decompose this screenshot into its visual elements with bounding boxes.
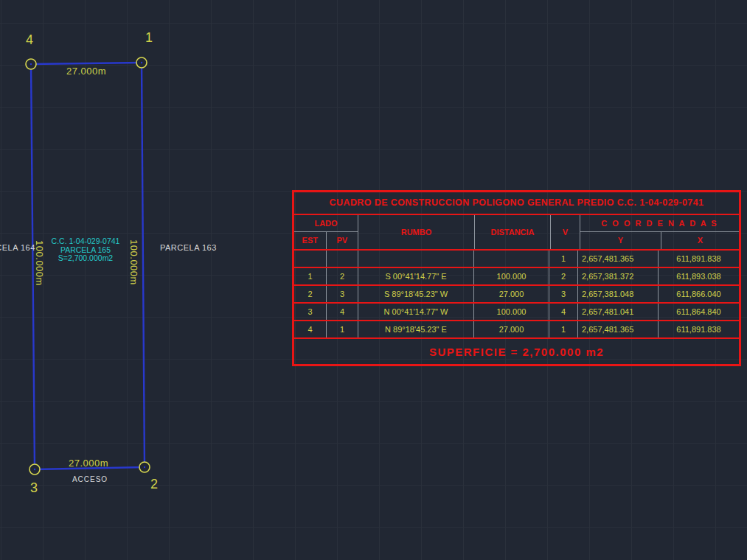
polygon-edge-right[interactable] bbox=[142, 63, 145, 467]
cell-v: 2 bbox=[549, 268, 577, 284]
vertex-label-3: 3 bbox=[30, 480, 38, 496]
table-row: 3 4 N 00°41'14.77" W 100.000 4 2,657,481… bbox=[294, 302, 739, 320]
cell-v: 1 bbox=[549, 321, 577, 337]
dimension-top: 27.000m bbox=[66, 66, 106, 77]
superficie-row: SUPERFICIE = 2,700.000 m2 bbox=[294, 337, 739, 364]
cell-est: 2 bbox=[294, 286, 326, 302]
vertex-dot bbox=[34, 469, 35, 470]
parcel-cc-number: C.C. 1-04-029-0741 bbox=[52, 237, 120, 246]
cell-y: 2,657,481.365 bbox=[577, 251, 658, 267]
table-row: 1 2,657,481.365 611,891.838 bbox=[294, 251, 739, 267]
header-v: V bbox=[550, 215, 580, 249]
header-rumbo: RUMBO bbox=[358, 215, 474, 249]
left-parcel-label: PARCELA 164 bbox=[0, 243, 35, 252]
cell-x: 611,864.840 bbox=[658, 304, 739, 320]
header-coordenadas-group: C O O R D E N A D A S Y X bbox=[580, 215, 739, 249]
cell-est: 4 bbox=[294, 321, 326, 337]
cell-pv: 1 bbox=[326, 321, 358, 337]
vertex-dot bbox=[141, 62, 142, 63]
cell-rumbo: N 89°18'45.23" E bbox=[358, 321, 473, 337]
cell-rumbo: S 00°41'14.77" E bbox=[358, 268, 473, 284]
vertex-dot bbox=[30, 63, 32, 65]
cell-distancia: 27.000 bbox=[473, 321, 549, 337]
access-label: ACCESO bbox=[72, 475, 108, 483]
cell-x: 611,891.838 bbox=[658, 251, 739, 267]
cell-est: 3 bbox=[294, 304, 326, 320]
cell-rumbo: S 89°18'45.23" W bbox=[358, 286, 473, 302]
table-row: 1 2 S 00°41'14.77" E 100.000 2 2,657,381… bbox=[294, 267, 739, 284]
cell-x: 611,891.838 bbox=[658, 321, 739, 337]
cell-pv bbox=[326, 251, 358, 267]
cell-rumbo bbox=[358, 251, 473, 267]
header-lado-group: LADO EST PV bbox=[294, 215, 358, 249]
cad-viewport[interactable]: 4 1 2 3 27.000m 27.000m 100.000m 100.000… bbox=[0, 0, 747, 560]
parcel-center-info: C.C. 1-04-029-0741 PARCELA 165 S=2,700.0… bbox=[52, 237, 120, 263]
cell-v: 3 bbox=[549, 286, 577, 302]
cell-v: 1 bbox=[549, 251, 577, 267]
table-row: 4 1 N 89°18'45.23" E 27.000 1 2,657,481.… bbox=[294, 320, 739, 337]
header-x: X bbox=[661, 232, 739, 249]
table-header: LADO EST PV RUMBO DISTANCIA V C O O R D … bbox=[294, 215, 739, 251]
cell-est bbox=[294, 251, 326, 267]
cell-distancia: 27.000 bbox=[473, 286, 549, 302]
table-title: CUADRO DE CONSTRUCCION POLIGONO GENERAL … bbox=[294, 192, 739, 215]
cell-pv: 3 bbox=[326, 286, 358, 302]
parcel-surface: S=2,700.000m2 bbox=[52, 254, 120, 263]
cell-y: 2,657,481.365 bbox=[577, 321, 658, 337]
cell-est: 1 bbox=[294, 268, 326, 284]
cell-rumbo: N 00°41'14.77" W bbox=[358, 304, 473, 320]
vertex-label-4: 4 bbox=[26, 32, 33, 48]
cell-y: 2,657,381.048 bbox=[577, 286, 658, 302]
vertex-label-1: 1 bbox=[145, 30, 153, 46]
cell-pv: 2 bbox=[326, 268, 358, 284]
vertex-label-2: 2 bbox=[150, 477, 158, 492]
vertex-dot bbox=[144, 466, 145, 468]
cell-distancia: 100.000 bbox=[473, 268, 549, 284]
cell-pv: 4 bbox=[326, 304, 358, 320]
header-pv: PV bbox=[326, 232, 358, 249]
cell-distancia: 100.000 bbox=[473, 304, 549, 320]
header-est: EST bbox=[294, 232, 326, 249]
dimension-right: 100.000m bbox=[128, 239, 139, 285]
cell-distancia bbox=[473, 251, 549, 267]
cell-x: 611,893.038 bbox=[658, 268, 739, 284]
cell-y: 2,657,381.372 bbox=[577, 268, 658, 284]
polygon-edge-top[interactable] bbox=[31, 63, 142, 64]
right-parcel-label: PARCELA 163 bbox=[160, 243, 217, 252]
header-distancia: DISTANCIA bbox=[474, 215, 550, 249]
header-coordenadas: C O O R D E N A D A S bbox=[580, 215, 739, 231]
table-body: 1 2,657,481.365 611,891.838 1 2 S 00°41'… bbox=[294, 251, 739, 337]
dimension-bottom: 27.000m bbox=[69, 458, 108, 469]
header-y: Y bbox=[580, 232, 661, 249]
header-lado: LADO bbox=[294, 215, 358, 231]
cell-y: 2,657,481.041 bbox=[577, 304, 658, 320]
table-row: 2 3 S 89°18'45.23" W 27.000 3 2,657,381.… bbox=[294, 284, 739, 302]
cell-x: 611,866.040 bbox=[658, 286, 739, 302]
construction-table[interactable]: CUADRO DE CONSTRUCCION POLIGONO GENERAL … bbox=[292, 190, 741, 366]
cell-v: 4 bbox=[549, 304, 577, 320]
